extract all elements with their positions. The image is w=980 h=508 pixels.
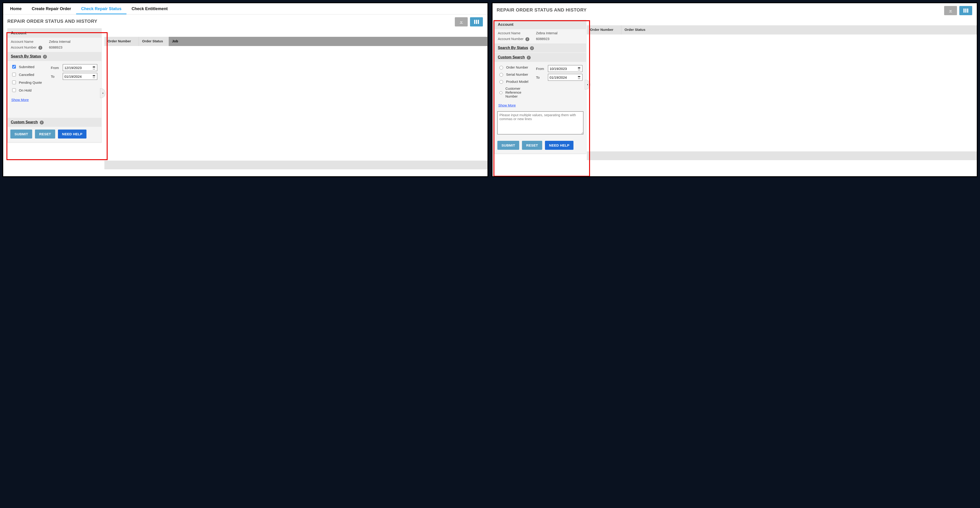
col-job[interactable]: Job	[169, 37, 487, 46]
submit-button[interactable]: SUBMIT	[10, 129, 32, 139]
columns-icon	[474, 20, 479, 24]
results-table-header: Order Number Order Status	[587, 25, 977, 35]
search-by-status-header[interactable]: Search By Status i	[495, 43, 586, 53]
reset-button[interactable]: RESET	[35, 129, 55, 139]
search-by-status-header[interactable]: Search By Status i	[8, 52, 102, 61]
custom-product-model[interactable]: Product Model	[498, 80, 533, 84]
download-icon	[948, 8, 953, 13]
multi-value-input[interactable]	[497, 111, 583, 134]
info-icon[interactable]: i	[43, 55, 47, 59]
custom-order-number[interactable]: Order Number	[498, 65, 533, 70]
info-icon[interactable]: i	[527, 56, 531, 60]
info-icon[interactable]: i	[530, 46, 534, 50]
calendar-icon	[578, 76, 581, 79]
account-header: Account	[495, 20, 586, 29]
account-number-value: 6088923	[536, 37, 549, 41]
show-more-link[interactable]: Show More	[498, 101, 533, 107]
to-date-input[interactable]: 01/19/2024	[548, 74, 582, 81]
status-on-hold[interactable]: On Hold	[11, 88, 48, 93]
from-label: From	[536, 67, 546, 71]
status-pending-quote[interactable]: Pending Quote	[11, 80, 48, 85]
to-label: To	[536, 75, 546, 80]
collapse-panel-button[interactable]	[585, 80, 590, 89]
custom-search-header[interactable]: Custom Search i	[495, 53, 586, 62]
download-button[interactable]	[944, 6, 957, 15]
from-label: From	[51, 66, 60, 70]
from-date-input[interactable]: 12/19/2023	[63, 64, 97, 71]
status-submitted[interactable]: Submitted	[11, 64, 48, 69]
info-icon[interactable]: i	[38, 46, 42, 50]
results-table-header: Order Number Order Status Job	[104, 37, 487, 46]
account-number-label: Account Number i	[498, 37, 535, 41]
filter-panel: Account Account Name Zebra Internal Acco…	[494, 20, 586, 154]
columns-button[interactable]	[959, 6, 972, 15]
col-order-status[interactable]: Order Status	[621, 25, 977, 35]
tab-check-repair-status[interactable]: Check Repair Status	[76, 3, 126, 14]
columns-icon	[963, 8, 968, 13]
custom-customer-ref[interactable]: Customer Reference Number	[498, 86, 533, 98]
account-name-value: Zebra Internal	[49, 40, 70, 43]
show-more-link[interactable]: Show More	[11, 96, 48, 102]
nav-tabs: Home Create Repair Order Check Repair St…	[3, 3, 487, 14]
filter-panel: Account Account Name Zebra Internal Acco…	[7, 28, 102, 142]
page-title: REPAIR ORDER STATUS AND HISTORY	[493, 3, 591, 14]
tab-home[interactable]: Home	[5, 3, 27, 14]
info-icon[interactable]: i	[40, 121, 44, 124]
account-name-value: Zebra Internal	[536, 31, 557, 35]
chevron-left-icon	[586, 83, 589, 86]
reset-button[interactable]: RESET	[522, 141, 542, 150]
tab-check-entitlement[interactable]: Check Entitlement	[126, 3, 173, 14]
chevron-left-icon	[102, 92, 104, 94]
results-table-footer	[587, 151, 977, 160]
account-name-label: Account Name	[498, 31, 535, 35]
calendar-icon	[92, 75, 95, 78]
account-number-value: 6088923	[49, 45, 62, 50]
account-name-label: Account Name	[11, 40, 48, 43]
col-order-number[interactable]: Order Number	[104, 37, 139, 46]
status-cancelled[interactable]: Cancelled	[11, 72, 48, 77]
col-order-status[interactable]: Order Status	[139, 37, 169, 46]
to-date-input[interactable]: 01/19/2024	[63, 73, 97, 80]
need-help-button[interactable]: NEED HELP	[545, 141, 574, 150]
col-order-number[interactable]: Order Number	[587, 25, 621, 35]
to-label: To	[51, 75, 60, 78]
info-icon[interactable]: i	[525, 37, 529, 41]
columns-button[interactable]	[470, 17, 483, 27]
calendar-icon	[578, 67, 581, 70]
submit-button[interactable]: SUBMIT	[497, 141, 519, 150]
page-title: REPAIR ORDER STATUS AND HISTORY	[3, 14, 102, 25]
calendar-icon	[92, 66, 95, 70]
collapse-panel-button[interactable]	[100, 88, 105, 98]
download-icon	[459, 19, 464, 24]
custom-search-header[interactable]: Custom Search i	[8, 118, 102, 127]
download-button[interactable]	[455, 17, 468, 27]
results-table-footer	[104, 161, 487, 169]
from-date-input[interactable]: 10/19/2023	[548, 65, 582, 72]
need-help-button[interactable]: NEED HELP	[58, 129, 87, 139]
tab-create-repair-order[interactable]: Create Repair Order	[27, 3, 76, 14]
account-number-label: Account Number i	[11, 45, 48, 50]
account-header: Account	[8, 29, 102, 38]
custom-serial-number[interactable]: Serial Number	[498, 72, 533, 76]
